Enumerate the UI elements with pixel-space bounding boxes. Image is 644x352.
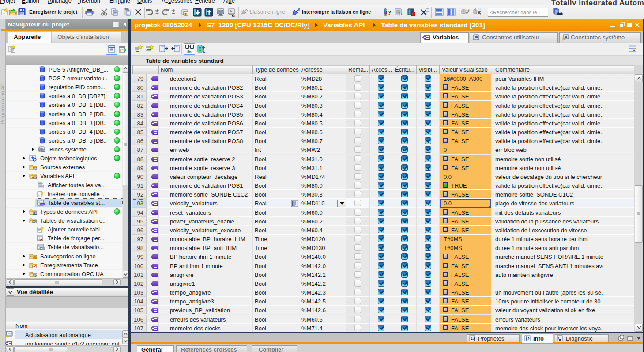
- svg-text:01: 01: [34, 168, 36, 170]
- svg-text:1.1: 1.1: [466, 8, 469, 11]
- svg-text:1.1: 1.1: [478, 8, 481, 11]
- svg-text:?: ?: [388, 9, 391, 16]
- svg-text:RT: RT: [232, 14, 236, 17]
- svg-text:01: 01: [185, 12, 188, 15]
- svg-text:F: F: [40, 237, 43, 241]
